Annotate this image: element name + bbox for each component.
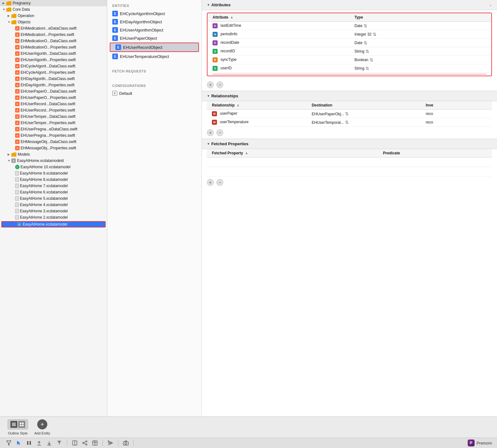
config-item-default[interactable]: C Default [107,89,202,97]
list-item[interactable]: EasyAtHome 5.xcdatamodel [0,195,107,202]
stepper-icon[interactable]: ⇅ [364,23,367,28]
upload-alt-icon[interactable] [56,439,63,447]
attributes-box: Attribute ∧ Type D lastEditT [207,13,492,76]
split-icon[interactable] [71,439,79,447]
doc-icon [15,171,19,175]
list-item[interactable]: EasyAtHome 3.xcdatamodel [0,208,107,214]
outline-style-button[interactable] [8,419,28,429]
table-row[interactable]: D recordDate Date ⇅ [208,39,491,47]
xcdatamodeld-icon: d [11,158,16,163]
list-item[interactable]: S EHMessageObj...DataClass.swift [0,139,107,145]
entity-item-useralgo[interactable]: E EHUserAlgorithmObject [107,26,202,34]
list-item[interactable]: EasyAtHome 6.xcdatamodel [0,189,107,195]
config-section-header: CONFIGURATIONS [107,80,202,89]
list-item[interactable]: S EHMedicationO...Properties.swift [0,44,107,50]
list-item[interactable]: S EHUserTemper...DataClass.swift [0,113,107,120]
list-item[interactable]: S EHUserPaperO...DataClass.swift [0,88,107,95]
filter-icon[interactable] [5,439,13,447]
sort-arrow-icon[interactable]: ∧ [245,152,248,155]
upload-icon[interactable] [35,439,43,447]
sidebar-item-coredata[interactable]: ▼ Core Data [0,6,107,13]
list-item[interactable]: S EHUserRecord...DataClass.swift [0,101,107,107]
list-item[interactable]: EasyAtHome 2.xcdatamodel [0,214,107,221]
remove-attribute-button[interactable]: − [216,81,223,88]
list-item[interactable]: S EHMedicationI...eDataClass.swift [0,25,107,32]
table-row[interactable]: B syncType Boolean ⇅ [208,56,491,64]
list-item[interactable]: S EHUserPregna...Properties.swift [0,132,107,139]
stepper-icon[interactable]: ⇅ [365,49,369,54]
list-item[interactable]: S EHUserRecord...Properties.swift [0,107,107,113]
table-row[interactable]: N periodInfo Integer 32 ⇅ [208,30,491,39]
list-item[interactable]: EasyAtHome 9.xcdatamodel [0,170,107,176]
stepper-icon[interactable]: ⇅ [364,40,367,45]
remove-relationship-button[interactable]: − [216,129,223,136]
sort-arrow-icon[interactable]: ∧ [231,16,233,19]
remove-fetched-button[interactable]: − [216,179,223,186]
sidebar-item-pregnancy[interactable]: ▶ Pregnancy [0,0,107,6]
folder-icon [11,152,16,157]
pause-icon[interactable] [25,439,33,447]
camera-icon[interactable] [122,439,130,447]
stepper-icon[interactable]: ⇅ [345,120,349,125]
green-check-icon: ✓ [15,165,20,169]
swift-icon: S [15,133,20,138]
list-item[interactable]: S EHCycleAlgorit...DataClass.swift [0,63,107,69]
relationships-section-header[interactable]: ▼ Relationships [202,91,497,101]
add-entity-button[interactable]: + Add Entity [34,419,50,435]
fetched-section-header[interactable]: ▼ Fetched Properties [202,139,497,149]
stepper-icon[interactable]: ⇅ [373,32,377,37]
download-icon[interactable] [45,439,53,447]
col-destination-label: Destination [312,103,332,107]
list-item[interactable]: S EHUserAlgorith...Properties.swift [0,57,107,63]
file-label: EasyAtHome 10.xcdatamodel [20,165,70,169]
list-item[interactable]: S EHUserTemper...Properties.swift [0,120,107,126]
list-item[interactable]: EasyAtHome 7.xcdatamodel [0,183,107,189]
stepper-icon[interactable]: ⇅ [365,66,369,71]
entity-item-usertemp[interactable]: E EHUserTemperatureObject [107,52,202,60]
collapse-triangle: ▼ [8,159,11,162]
list-item[interactable]: S EHMessageObj...Properties.swift [0,145,107,151]
list-item[interactable]: S EHDayAlgorith...DataClass.swift [0,76,107,82]
entity-item-userpaper[interactable]: E EHUserPaperObject [107,34,202,42]
entity-item-cycle[interactable]: E EHCycleAlgorithmObject [107,9,202,18]
list-item[interactable]: S EHUserAlgorith...DataClass.swift [0,50,107,57]
entity-item-day[interactable]: E EHDayAlgorithmObject [107,18,202,26]
list-item[interactable]: S EHUserPaperO...Properties.swift [0,95,107,101]
stepper-icon[interactable]: ⇅ [345,111,349,116]
table-icon[interactable] [91,439,99,447]
entity-item-userrecord[interactable]: E EHUserRecordObject [110,43,199,52]
add-attribute-button[interactable]: + [207,81,214,88]
list-item[interactable]: S EHUserPregna...eDataClass.swift [0,126,107,132]
sidebar-item-easyathome-selected[interactable]: d EasyAtHome.xcdatamodel [1,221,106,227]
add-fetched-button[interactable]: + [207,179,214,186]
attr-name-cell: D lastEditTime [208,22,349,30]
attr-type-cell: Date ⇅ [349,39,491,47]
list-item[interactable]: EasyAtHome 8.xcdatamodel [0,176,107,183]
type-select: Date ⇅ [354,40,486,45]
attributes-section-header[interactable]: ▼ Attributes ⌄ [202,0,497,10]
table-row[interactable]: M userPaper EHUserPaperObj... ⇅ reco [207,110,492,118]
swift-icon: S [15,108,20,112]
list-item[interactable]: S EHDayAlgorith...Properties.swift [0,82,107,88]
table-row[interactable]: S recordID String ⇅ [208,47,491,56]
send-icon[interactable] [107,439,114,447]
connect-icon[interactable] [81,439,89,447]
sidebar-item-operation[interactable]: ▶ Operation [0,13,107,19]
list-item[interactable]: ✓ EasyAtHome 10.xcdatamodel [0,164,107,170]
list-item[interactable]: S EHCycleAlgorit...Properties.swift [0,69,107,76]
add-relationship-button[interactable]: + [207,129,214,136]
sidebar-item-objects[interactable]: ▼ Objects [0,19,107,25]
list-item[interactable]: EasyAtHome 4.xcdatamodel [0,202,107,208]
table-row[interactable]: S userID String ⇅ [208,64,491,73]
sidebar-item-xcdatamodeld[interactable]: ▼ d EasyAtHome.xcdatamodeld [0,158,107,164]
collapse-triangle: ▼ [8,20,11,24]
list-item[interactable]: S EHMedicationO...DataClass.swift [0,38,107,44]
stepper-icon[interactable]: ⇅ [370,57,373,62]
sidebar-item-models[interactable]: ▶ Models [0,151,107,158]
cursor-icon[interactable] [15,439,23,447]
list-item[interactable]: S EHMedicationI...Properties.swift [0,32,107,38]
table-row[interactable]: D lastEditTime Date ⇅ [208,22,491,30]
expand-button[interactable]: ⌄ [489,3,492,7]
table-row[interactable]: M userTemperature EHUserTemporat... ⇅ re… [207,118,492,127]
sort-arrow-icon[interactable]: ∧ [237,104,239,107]
